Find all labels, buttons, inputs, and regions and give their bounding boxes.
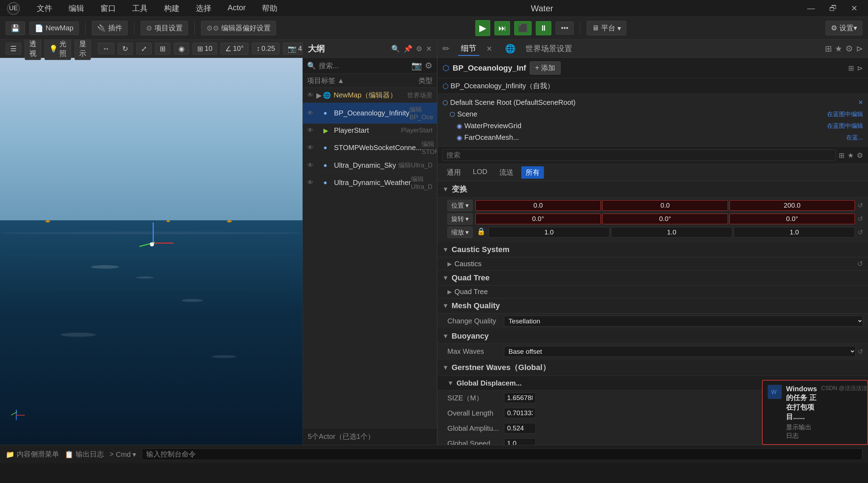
more-play-options[interactable]: ••• — [556, 22, 574, 35]
rotation-z-input[interactable] — [729, 214, 855, 224]
visibility-icon-newmap[interactable]: 👁 — [307, 91, 313, 99]
content-browser-button[interactable]: 📁 内容侧滑菜单 — [6, 449, 59, 459]
cam-speed[interactable]: 📷 4 — [283, 43, 303, 55]
outliner-item-weather[interactable]: 👁 ● Ultra_Dynamic_Weather 编辑Ultra_D — [303, 172, 437, 193]
menu-build[interactable]: 构建 — [161, 2, 182, 15]
scale-reset-icon[interactable]: ↺ — [858, 228, 863, 236]
details-settings-icon[interactable]: ⚙ — [845, 44, 853, 54]
outliner-close-icon[interactable]: ✕ — [426, 44, 432, 53]
filter-tab-lod[interactable]: LOD — [469, 166, 492, 179]
visibility-icon-weather[interactable]: 👁 — [307, 179, 313, 186]
move-tool[interactable]: ↔ — [98, 43, 114, 54]
details-search-input[interactable] — [442, 149, 836, 161]
show-button[interactable]: 显示 — [75, 40, 91, 60]
section-transform[interactable]: ▼ 变换 — [438, 181, 868, 198]
play-button[interactable]: ▶ — [475, 20, 490, 36]
rotation-x-input[interactable] — [475, 214, 601, 224]
cmd-button[interactable]: > Cmd ▾ — [110, 450, 136, 459]
outliner-settings-icon[interactable]: ⚙ — [425, 61, 433, 71]
outliner-view-icon[interactable]: 📷 — [411, 61, 422, 71]
position-reset-icon[interactable]: ↺ — [858, 202, 863, 209]
scale-tool[interactable]: ⤢ — [136, 43, 152, 55]
quad-tree-sub-header[interactable]: ▶ Quad Tree — [438, 286, 868, 298]
transform-mode[interactable]: ⊞ — [155, 43, 170, 55]
position-label-btn[interactable]: 位置 ▾ — [447, 200, 473, 211]
menu-tools[interactable]: 工具 — [129, 2, 151, 15]
visibility-icon-stomp[interactable]: 👁 — [307, 144, 313, 151]
scale-label-btn[interactable]: 缩放 ▾ — [447, 227, 473, 238]
position-x-input[interactable] — [475, 200, 601, 211]
rotate-tool[interactable]: ↻ — [118, 43, 133, 55]
surface-snap[interactable]: ◉ — [174, 43, 189, 55]
pause-button[interactable]: ⏸ — [536, 21, 551, 35]
visibility-icon-sky[interactable]: 👁 — [307, 162, 313, 169]
rotation-y-input[interactable] — [602, 214, 728, 224]
outliner-item-sky[interactable]: 👁 ● Ultra_Dynamic_Sky 编辑Ultra_D — [303, 159, 437, 172]
details-layout-icon[interactable]: ⊞ — [825, 44, 832, 54]
tree-item-waterpreview[interactable]: ◉ WaterPreviewGrid 在蓝图中编辑 — [442, 120, 863, 132]
tree-item-scene[interactable]: ⬡ Scene 在蓝图中编辑 — [442, 108, 863, 120]
menu-file[interactable]: 文件 — [34, 2, 55, 15]
grid-snap[interactable]: ⊞ 10 — [193, 43, 217, 55]
filter-tab-all[interactable]: 所有 — [521, 166, 544, 179]
size-input[interactable] — [504, 393, 536, 403]
position-y-input[interactable] — [602, 200, 728, 211]
caustics-sub-header[interactable]: ▶ Caustics ↺ — [438, 257, 868, 270]
output-log-button[interactable]: 📋 输出日志 — [65, 449, 104, 459]
console-input[interactable] — [142, 448, 862, 460]
visibility-icon-oceanology[interactable]: 👁 — [307, 109, 313, 117]
details-close-icon[interactable]: ✕ — [486, 44, 492, 53]
component-expand-icon[interactable]: ⊳ — [857, 64, 863, 72]
menu-edit[interactable]: 编辑 — [66, 2, 87, 15]
outliner-gear-icon[interactable]: ⚙ — [416, 44, 422, 53]
details-push-icon[interactable]: ⊳ — [856, 44, 863, 54]
scale-lock-icon[interactable]: 🔒 — [477, 227, 486, 238]
visibility-icon-playerstart[interactable]: 👁 — [307, 127, 313, 134]
filter-tab-streaming[interactable]: 流送 — [495, 166, 518, 179]
position-z-input[interactable] — [729, 200, 855, 211]
ue-logo[interactable]: UE — [7, 2, 20, 15]
newmap-label[interactable]: 📄 NewMap — [29, 22, 79, 35]
section-quad-tree[interactable]: ▼ Quad Tree — [438, 270, 868, 286]
tab-details[interactable]: 细节 — [458, 42, 479, 56]
global-amplitude-input[interactable] — [504, 423, 536, 434]
lighting-button[interactable]: 💡 光照 — [45, 40, 71, 60]
settings-button[interactable]: ⚙ 设置▾ — [826, 21, 862, 35]
outliner-item-playerstart[interactable]: 👁 ▶ PlayerStart PlayerStart — [303, 124, 437, 137]
menu-window[interactable]: 窗口 — [98, 2, 119, 15]
save-button[interactable]: 💾 — [6, 22, 25, 35]
notification-subtitle[interactable]: 显示输出日志 — [786, 423, 817, 440]
section-caustic-system[interactable]: ▼ Caustic System — [438, 242, 868, 257]
editor-prefs-button[interactable]: ⚙⚙ 编辑器偏好设置 — [201, 21, 276, 35]
rotation-label-btn[interactable]: 旋转 ▾ — [447, 213, 473, 225]
outliner-pin-icon[interactable]: 📌 — [404, 44, 412, 53]
details-star-icon[interactable]: ★ — [835, 44, 843, 54]
details-grid-icon[interactable]: ⊞ — [839, 151, 845, 160]
viewport-menu-button[interactable]: ☰ — [6, 43, 21, 55]
global-speed-input[interactable] — [504, 438, 536, 445]
caustics-reset[interactable]: ↺ — [857, 260, 863, 268]
viewport[interactable]: ☰ 透视 💡 光照 显示 ↔ ↻ ⤢ ⊞ ◉ ⊞ 10 ∠ 10° — [0, 40, 303, 445]
outliner-search-icon[interactable]: 🔍 — [391, 44, 400, 53]
project-settings-button[interactable]: ⚙ 项目设置 — [141, 21, 188, 35]
component-layout-icon[interactable]: ⊞ — [848, 64, 854, 72]
rotation-reset-icon[interactable]: ↺ — [858, 215, 863, 223]
close-button[interactable]: ✕ — [848, 2, 861, 14]
max-waves-select[interactable]: Base offset — [504, 346, 856, 357]
quality-select[interactable]: Tesellation — [504, 316, 863, 327]
outliner-item-oceanology[interactable]: 👁 ● BP_Oceanology_Infinity 编辑BP_Oce — [303, 103, 437, 124]
platform-button[interactable]: 🖥 平台 ▾ — [587, 21, 626, 35]
menu-select[interactable]: 选择 — [193, 2, 214, 15]
details-gear-search-icon[interactable]: ⚙ — [857, 151, 863, 160]
outliner-item-newmap[interactable]: 👁 ▶ 🌐 NewMap（编辑器） 世界场景 — [303, 88, 437, 103]
outliner-search-input[interactable] — [319, 62, 409, 70]
section-mesh-quality[interactable]: ▼ Mesh Quality — [438, 298, 868, 314]
maximize-button[interactable]: 🗗 — [826, 2, 840, 14]
perspective-button[interactable]: 透视 — [25, 40, 41, 60]
scale-snap[interactable]: ↕ 0.25 — [252, 43, 280, 54]
outliner-item-stomp[interactable]: 👁 ● STOMPWebSocketConne... 编辑STOMP — [303, 137, 437, 159]
stop-button[interactable]: ⬛ — [514, 21, 532, 35]
angle-snap[interactable]: ∠ 10° — [221, 43, 248, 55]
section-gerstner-waves[interactable]: ▼ Gerstner Waves（Global） — [438, 359, 868, 376]
scale-z-input[interactable] — [734, 227, 855, 238]
